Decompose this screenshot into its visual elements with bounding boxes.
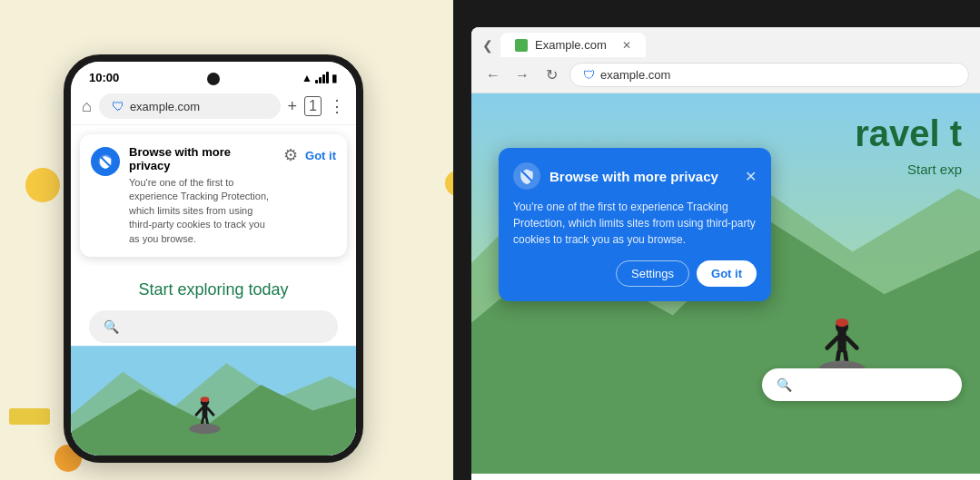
tab-favicon [515,39,528,52]
phone-popup-text: Browse with more privacy You're one of t… [129,145,274,246]
desktop-popup-icon-bg [513,162,540,190]
subtext-content: Start exp [907,162,962,177]
tab-label: Example.com [535,38,607,52]
signal-bar-4 [326,72,329,83]
phone-camera-cutout [207,73,220,85]
battery-icon: ▮ [332,72,338,84]
phone-page-content: Start exploring today 🔍 [71,266,356,463]
phone-explore-text: Start exploring today [71,266,356,310]
desktop-url-text: example.com [600,68,670,82]
desktop-popup-close-button[interactable]: ✕ [745,168,757,185]
desktop-settings-button[interactable]: Settings [616,260,689,287]
phone-status-bar: 10:00 ▲ ▮ [71,62,356,88]
phone-settings-icon[interactable]: ⚙ [283,145,298,165]
phone-address-bar[interactable]: ⌂ 🛡 example.com + 1 ⋮ [71,88,356,125]
desktop-got-it-button[interactable]: Got it [697,260,757,287]
desktop-popup-header: Browse with more privacy ✕ [513,162,757,190]
deco-rect-left-bottom [9,408,50,425]
desktop-search-icon: 🔍 [777,377,792,392]
new-tab-icon[interactable]: + [288,97,298,116]
menu-icon[interactable]: ⋮ [329,96,345,116]
desktop-tracking-protection-icon [519,168,535,184]
forward-button[interactable]: → [511,64,533,86]
signal-bar-1 [315,80,318,83]
desktop-search-bar[interactable]: 🔍 [762,368,962,401]
desktop-address-bar[interactable]: 🛡 example.com [569,63,969,87]
phone-popup-icon-bg [91,147,120,176]
browser-content-area: ravel t Start exp 🔍 [471,93,980,474]
svg-point-14 [836,318,848,327]
svg-point-10 [189,424,220,434]
phone-popup-body: You're one of the first to experience Tr… [129,176,274,246]
desktop-popup-title: Browse with more privacy [549,169,736,184]
search-icon: 🔍 [104,319,119,334]
phone-time: 10:00 [89,71,119,84]
tab-close-button[interactable]: ✕ [622,39,631,52]
svg-point-5 [201,397,210,402]
back-button[interactable]: ← [482,64,504,86]
site-headline: ravel t [855,112,962,155]
desktop-privacy-popup: Browse with more privacy ✕ You're one of… [499,148,771,301]
phone-landscape-image [71,343,356,461]
desktop-mockup: ❮ Example.com ✕ ← → ↻ 🛡 example.com [453,0,980,480]
signal-bar-2 [319,77,322,83]
phone-got-it-button[interactable]: Got it [305,149,336,162]
home-icon[interactable]: ⌂ [82,97,92,116]
phone-popup-title: Browse with more privacy [129,145,274,172]
phone-search-bar[interactable]: 🔍 [89,310,338,343]
browser-tab-bar: ❮ Example.com ✕ [471,27,980,57]
deco-dot-left-large [25,168,60,202]
svg-rect-12 [837,331,846,352]
headline-text: ravel t [855,113,962,153]
signal-bar-3 [322,74,325,83]
browser-window: ❮ Example.com ✕ ← → ↻ 🛡 example.com [471,27,980,480]
phone-status-icons: ▲ ▮ [302,72,338,84]
tabs-icon[interactable]: 1 [304,96,322,116]
phone-privacy-popup: Browse with more privacy You're one of t… [80,134,347,257]
tracking-protection-icon-phone [97,153,114,170]
desktop-popup-body: You're one of the first to experience Tr… [513,199,757,248]
phone-url-text: example.com [130,100,200,113]
phone-popup-actions: ⚙ Got it [283,145,336,165]
wifi-icon: ▲ [302,72,312,84]
tracking-protection-icon: 🛡 [112,99,124,113]
phone-frame: 10:00 ▲ ▮ ⌂ 🛡 example.com + 1 [64,54,363,463]
browser-chrome: ❮ Example.com ✕ ← → ↻ 🛡 example.com [471,27,980,93]
site-subtext: Start exp [907,162,962,178]
phone-url-input[interactable]: 🛡 example.com [99,93,281,119]
signal-bars [315,72,329,83]
phone-mockup: 10:00 ▲ ▮ ⌂ 🛡 example.com + 1 [64,54,418,472]
tab-back-chevron[interactable]: ❮ [479,34,497,56]
desktop-popup-actions: Settings Got it [513,260,757,287]
browser-nav-bar: ← → ↻ 🛡 example.com [471,57,980,93]
desktop-tracking-icon: 🛡 [583,68,595,82]
svg-rect-3 [203,405,208,418]
browser-active-tab[interactable]: Example.com ✕ [500,33,646,57]
reload-button[interactable]: ↻ [540,64,562,86]
